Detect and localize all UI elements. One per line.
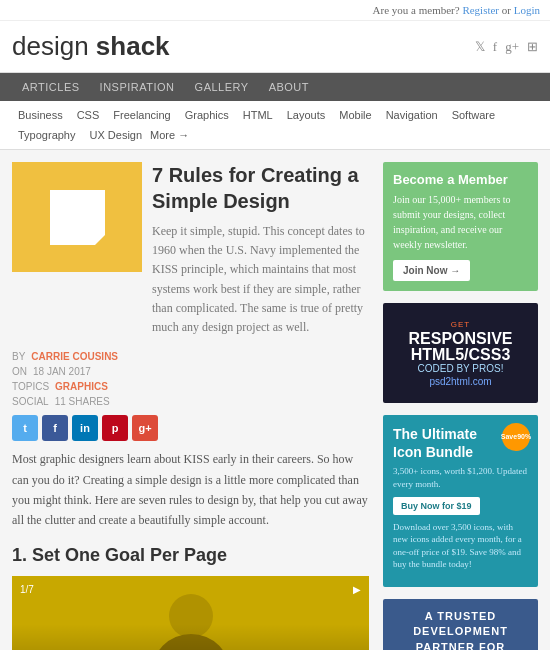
sidebar: Become a Member Join our 15,000+ members… [383, 162, 538, 650]
topbar-or: or [502, 4, 514, 16]
sidebar-member-card: Become a Member Join our 15,000+ members… [383, 162, 538, 291]
logo-light: design [12, 31, 96, 61]
member-text: Join our 15,000+ members to submit your … [393, 192, 528, 252]
primary-nav: ARTICLES INSPIRATION GALLERY ABOUT [0, 73, 550, 101]
secondary-nav: Business CSS Freelancing Graphics HTML L… [0, 101, 550, 150]
nav-layouts[interactable]: Layouts [281, 106, 332, 124]
nav-gallery[interactable]: GALLERY [185, 73, 259, 101]
logo-bold: shack [96, 31, 170, 61]
nav-inspiration[interactable]: INSPIRATION [90, 73, 185, 101]
site-header: design shack 𝕏 f g+ ⊞ [0, 21, 550, 73]
demo-image-overlay [12, 576, 369, 650]
meta-topics: TOPICSGRAPHICS [12, 381, 118, 392]
article-header: 7 Rules for Creating a Simple Design Kee… [152, 162, 369, 337]
html5-domain: psd2html.com [408, 376, 512, 387]
html5-card-inner: Get RESPONSIVE HTML5/CSS3 CODED BY PROS!… [400, 312, 520, 395]
demo-image: 1/7 ▶ Design & Direction. Want to talk a… [12, 576, 369, 650]
nav-articles[interactable]: ARTICLES [12, 73, 90, 101]
article-meta: BYCARRIE COUSINS ON18 JAN 2017 TOPICSGRA… [12, 351, 118, 407]
googleplus-icon[interactable]: g+ [505, 39, 519, 55]
sidebar-bundle-card: Save 90% The Ultimate Icon Bundle 3,500+… [383, 415, 538, 587]
featured-image [12, 162, 142, 272]
share-twitter[interactable]: t [12, 415, 38, 441]
nav-html[interactable]: HTML [237, 106, 279, 124]
meta-by: BYCARRIE COUSINS [12, 351, 118, 362]
nav-typography[interactable]: Typography [12, 126, 81, 144]
topbar-question: Are you a member? [373, 4, 460, 16]
content-wrapper: 7 Rules for Creating a Simple Design Kee… [0, 150, 550, 650]
register-link[interactable]: Register [462, 4, 499, 16]
article-body: Most graphic designers learn about KISS … [12, 449, 369, 531]
facebook-icon[interactable]: f [493, 39, 497, 55]
main-content: 7 Rules for Creating a Simple Design Kee… [12, 162, 369, 650]
save-badge: Save 90% [502, 423, 530, 451]
bundle-footnote: Download over 3,500 icons, with new icon… [393, 521, 528, 571]
site-logo[interactable]: design shack [12, 31, 170, 62]
featured-section: 7 Rules for Creating a Simple Design Kee… [12, 162, 369, 337]
section1-heading: 1. Set One Goal Per Page [12, 545, 369, 566]
nav-business[interactable]: Business [12, 106, 69, 124]
top-bar: Are you a member? Register or Login [0, 0, 550, 21]
twitter-icon[interactable]: 𝕏 [475, 39, 485, 55]
join-button[interactable]: Join Now → [393, 260, 470, 281]
demo-image-counter: 1/7 [20, 584, 34, 595]
header-social: 𝕏 f g+ ⊞ [475, 39, 538, 55]
article-intro: Keep it simple, stupid. This concept dat… [152, 222, 369, 337]
nav-navigation[interactable]: Navigation [380, 106, 444, 124]
share-buttons: t f in p g+ [12, 415, 369, 441]
share-linkedin[interactable]: in [72, 415, 98, 441]
meta-social: SOCIAL11 SHARES [12, 396, 118, 407]
share-facebook[interactable]: f [42, 415, 68, 441]
sidebar-html5-card[interactable]: Get RESPONSIVE HTML5/CSS3 CODED BY PROS!… [383, 303, 538, 403]
nav-uxdesign[interactable]: UX Design [83, 126, 148, 144]
agency-text: A TRUSTED DEVELOPMENT PARTNER FOR AGENCI… [393, 609, 528, 650]
share-gplus[interactable]: g+ [132, 415, 158, 441]
nav-graphics[interactable]: Graphics [179, 106, 235, 124]
login-link[interactable]: Login [514, 4, 540, 16]
share-pinterest[interactable]: p [102, 415, 128, 441]
nav-about[interactable]: ABOUT [259, 73, 319, 101]
nav-css[interactable]: CSS [71, 106, 106, 124]
article-title: 7 Rules for Creating a Simple Design [152, 162, 369, 214]
sticky-note-icon [50, 190, 105, 245]
sidebar-agency-card: A TRUSTED DEVELOPMENT PARTNER FOR AGENCI… [383, 599, 538, 650]
meta-on: ON18 JAN 2017 [12, 366, 118, 377]
rss-icon[interactable]: ⊞ [527, 39, 538, 55]
bundle-heading: The Ultimate Icon Bundle [393, 425, 493, 461]
html5-tag: Get [408, 320, 512, 329]
html5-title-line2: HTML5/CSS3 [408, 347, 512, 363]
member-heading: Become a Member [393, 172, 528, 187]
nav-software[interactable]: Software [446, 106, 501, 124]
demo-image-nav: ▶ [353, 584, 361, 595]
bundle-button[interactable]: Buy Now for $19 [393, 497, 480, 515]
bundle-subtext: 3,500+ icons, worth $1,200. Updated ever… [393, 465, 528, 490]
html5-title-line1: RESPONSIVE [408, 331, 512, 347]
nav-more[interactable]: More → [150, 129, 189, 141]
nav-freelancing[interactable]: Freelancing [107, 106, 176, 124]
html5-coded: CODED BY PROS! [408, 363, 512, 374]
nav-mobile[interactable]: Mobile [333, 106, 377, 124]
